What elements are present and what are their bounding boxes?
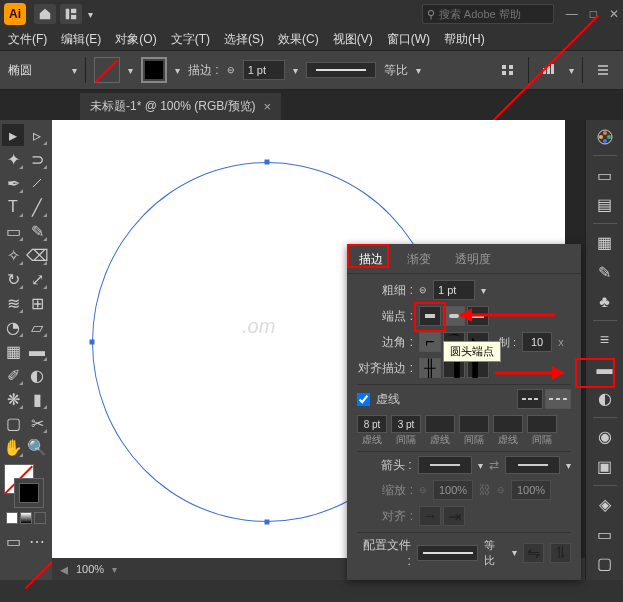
align-panel-icon[interactable]: [496, 58, 520, 82]
dash-input-2[interactable]: [425, 415, 455, 433]
zoom-level[interactable]: 100%: [76, 563, 104, 575]
arrow-start-select[interactable]: [418, 456, 473, 474]
anchor-point[interactable]: [90, 340, 95, 345]
weight-input[interactable]: [433, 280, 475, 300]
menu-edit[interactable]: 编辑(E): [61, 31, 101, 48]
edit-toolbar[interactable]: ⋯: [26, 530, 48, 552]
type-tool[interactable]: T: [2, 196, 24, 218]
eyedropper-tool[interactable]: ✐: [2, 364, 24, 386]
rotate-tool[interactable]: ↻: [2, 268, 24, 290]
dash-input-0[interactable]: [357, 415, 387, 433]
swap-arrows-icon[interactable]: ⇄: [489, 458, 499, 472]
hand-tool[interactable]: ✋: [2, 436, 24, 458]
free-transform-tool[interactable]: ⊞: [26, 292, 48, 314]
document-tab[interactable]: 未标题-1* @ 100% (RGB/预览) ×: [80, 93, 281, 120]
minimize-button[interactable]: —: [566, 7, 578, 21]
anchor-point[interactable]: [265, 520, 270, 525]
close-button[interactable]: ✕: [609, 7, 619, 21]
slice-tool[interactable]: ✂: [26, 412, 48, 434]
stroke-panel-icon[interactable]: ≡: [594, 329, 616, 350]
link-scale-icon[interactable]: ⛓: [479, 483, 491, 497]
search-box[interactable]: ⚲: [422, 4, 554, 24]
menu-view[interactable]: 视图(V): [333, 31, 373, 48]
anchor-point[interactable]: [265, 160, 270, 165]
search-input[interactable]: [439, 8, 549, 20]
direct-selection-tool[interactable]: ▹: [26, 124, 48, 146]
dashed-line-checkbox[interactable]: [357, 393, 370, 406]
stroke-profile-preview[interactable]: [306, 62, 376, 78]
menu-type[interactable]: 文字(T): [171, 31, 210, 48]
menu-file[interactable]: 文件(F): [8, 31, 47, 48]
dash-input-5[interactable]: [527, 415, 557, 433]
artboard-tool[interactable]: ▢: [2, 412, 24, 434]
color-panel-icon[interactable]: [594, 126, 616, 147]
arrow-scale-end[interactable]: [511, 480, 551, 500]
curvature-tool[interactable]: ⟋: [26, 172, 48, 194]
paintbrush-tool[interactable]: ✎: [26, 220, 48, 242]
magic-wand-tool[interactable]: ✦: [2, 148, 24, 170]
color-mode[interactable]: [6, 512, 18, 524]
dash-input-4[interactable]: [493, 415, 523, 433]
brushes-panel-icon[interactable]: ✎: [594, 261, 616, 282]
home-button[interactable]: [34, 4, 56, 24]
panel-tab-transparency[interactable]: 透明度: [443, 244, 503, 273]
profile-preview[interactable]: [417, 545, 479, 561]
stroke-weight-input[interactable]: [243, 60, 285, 80]
appearance-panel-icon[interactable]: ◉: [594, 426, 616, 447]
blend-tool[interactable]: ◐: [26, 364, 48, 386]
symbols-panel-icon[interactable]: ♣: [594, 291, 616, 312]
mesh-tool[interactable]: ▦: [2, 340, 24, 362]
shaper-tool[interactable]: ✧: [2, 244, 24, 266]
shape-builder-tool[interactable]: ◔: [2, 316, 24, 338]
panel-menu-icon[interactable]: [591, 58, 615, 82]
dash-align-corners[interactable]: [545, 389, 571, 409]
rectangle-tool[interactable]: ▭: [2, 220, 24, 242]
perspective-tool[interactable]: ▱: [26, 316, 48, 338]
gradient-panel-icon[interactable]: ▬: [594, 359, 616, 380]
swatches-panel-icon[interactable]: ▦: [594, 232, 616, 253]
none-mode[interactable]: [34, 512, 46, 524]
pen-tool[interactable]: ✒: [2, 172, 24, 194]
libraries-panel-icon[interactable]: ▤: [594, 194, 616, 215]
graphic-styles-panel-icon[interactable]: ▣: [594, 456, 616, 477]
cap-round[interactable]: [443, 306, 465, 326]
eraser-tool[interactable]: ⌫: [26, 244, 48, 266]
asset-export-panel-icon[interactable]: ▭: [594, 523, 616, 544]
transparency-panel-icon[interactable]: ◐: [594, 388, 616, 409]
selection-tool[interactable]: ▸: [2, 124, 24, 146]
align-center[interactable]: ╫: [419, 358, 441, 378]
screen-mode[interactable]: ▭: [2, 530, 24, 552]
scale-tool[interactable]: ⤢: [26, 268, 48, 290]
zoom-tool[interactable]: 🔍: [26, 436, 48, 458]
arrow-end-select[interactable]: [505, 456, 560, 474]
panel-tab-gradient[interactable]: 渐变: [395, 244, 443, 273]
menu-effect[interactable]: 效果(C): [278, 31, 319, 48]
menu-help[interactable]: 帮助(H): [444, 31, 485, 48]
corner-miter[interactable]: ⌐: [419, 332, 441, 352]
lasso-tool[interactable]: ⊃: [26, 148, 48, 170]
stroke-color[interactable]: [14, 478, 44, 508]
layers-panel-icon[interactable]: ◈: [594, 494, 616, 515]
graph-tool[interactable]: ▮: [26, 388, 48, 410]
line-tool[interactable]: ╱: [26, 196, 48, 218]
properties-panel-icon[interactable]: ▭: [594, 164, 616, 185]
arrow-scale-start[interactable]: [433, 480, 473, 500]
tab-close-button[interactable]: ×: [264, 99, 272, 114]
fill-swatch[interactable]: [94, 57, 120, 83]
symbol-sprayer-tool[interactable]: ❋: [2, 388, 24, 410]
gradient-mode[interactable]: [20, 512, 32, 524]
cap-projecting[interactable]: [467, 306, 489, 326]
fill-stroke-control[interactable]: [2, 464, 46, 508]
dash-align-off[interactable]: [517, 389, 543, 409]
width-tool[interactable]: ≋: [2, 292, 24, 314]
gradient-tool[interactable]: ▬: [26, 340, 48, 362]
miter-limit-input[interactable]: [522, 332, 552, 352]
menu-window[interactable]: 窗口(W): [387, 31, 430, 48]
panel-tab-stroke[interactable]: 描边: [347, 244, 395, 273]
cap-butt[interactable]: [419, 306, 441, 326]
dash-input-3[interactable]: [459, 415, 489, 433]
stroke-swatch[interactable]: [141, 57, 167, 83]
artboards-panel-icon[interactable]: ▢: [594, 553, 616, 574]
arrange-button[interactable]: [60, 4, 82, 24]
menu-select[interactable]: 选择(S): [224, 31, 264, 48]
